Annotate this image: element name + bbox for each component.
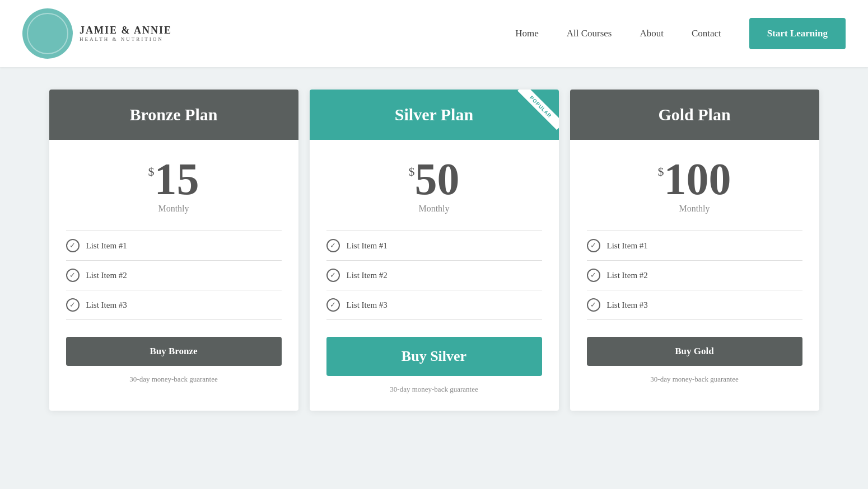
silver-plan-card: Silver Plan $ 50 Monthly ✓ List Item #1 … [310,90,559,411]
list-item: ✓ List Item #2 [66,261,282,290]
logo-sub-text: HEALTH & NUTRITION [80,36,172,43]
silver-price-symbol: $ [409,164,415,179]
bronze-feature-list: ✓ List Item #1 ✓ List Item #2 ✓ List Ite… [66,231,282,320]
silver-feature-3: List Item #3 [347,300,388,310]
list-item: ✓ List Item #2 [587,261,802,290]
gold-feature-list: ✓ List Item #1 ✓ List Item #2 ✓ List Ite… [587,231,802,320]
bronze-plan-title: Bronze Plan [130,105,218,124]
nav-home[interactable]: Home [515,28,539,39]
bronze-price-symbol: $ [148,164,155,179]
bronze-feature-1: List Item #1 [86,241,127,251]
silver-plan-title: Silver Plan [395,105,473,124]
buy-bronze-button[interactable]: Buy Bronze [66,337,282,366]
navigation: JAMIE & ANNIE HEALTH & NUTRITION Home Al… [0,0,868,67]
gold-plan-title: Gold Plan [658,105,730,124]
gold-feature-3: List Item #3 [607,300,648,310]
silver-feature-list: ✓ List Item #1 ✓ List Item #2 ✓ List Ite… [326,231,542,320]
nav-contact[interactable]: Contact [692,28,721,39]
gold-plan-card: Gold Plan $ 100 Monthly ✓ List Item #1 ✓… [570,90,819,411]
check-icon: ✓ [326,298,340,312]
silver-feature-1: List Item #1 [347,241,388,251]
silver-price-row: $ 50 [409,157,460,201]
gold-price-period: Monthly [679,204,710,214]
buy-gold-button[interactable]: Buy Gold [587,337,802,366]
logo-text: JAMIE & ANNIE HEALTH & NUTRITION [80,25,172,43]
start-learning-button[interactable]: Start Learning [749,18,846,49]
check-icon: ✓ [66,269,80,282]
bronze-price-period: Monthly [158,204,189,214]
silver-guarantee: 30-day money-back guarantee [390,385,478,394]
check-icon: ✓ [326,239,340,252]
gold-price-row: $ 100 [658,157,731,201]
check-icon: ✓ [66,239,80,252]
nav-all-courses[interactable]: All Courses [567,28,612,39]
list-item: ✓ List Item #2 [326,261,542,290]
check-icon: ✓ [587,269,600,282]
popular-badge [508,90,559,140]
check-icon: ✓ [66,298,80,312]
logo-main-text: JAMIE & ANNIE [80,25,172,37]
bronze-plan-card: Bronze Plan $ 15 Monthly ✓ List Item #1 … [49,90,298,411]
bronze-feature-3: List Item #3 [86,300,127,310]
buy-silver-button[interactable]: Buy Silver [326,337,542,376]
logo-circle [22,8,73,59]
check-icon: ✓ [587,298,600,312]
gold-price-amount: 100 [664,157,731,201]
bronze-price-row: $ 15 [148,157,199,201]
list-item: ✓ List Item #3 [587,290,802,320]
silver-price-period: Monthly [418,204,449,214]
list-item: ✓ List Item #3 [66,290,282,320]
gold-guarantee: 30-day money-back guarantee [650,375,738,384]
bronze-guarantee: 30-day money-back guarantee [129,375,217,384]
silver-feature-2: List Item #2 [347,271,388,280]
list-item: ✓ List Item #1 [66,231,282,261]
gold-feature-1: List Item #1 [607,241,648,251]
nav-links: Home All Courses About Contact Start Lea… [515,18,846,49]
bronze-plan-body: $ 15 Monthly ✓ List Item #1 ✓ List Item … [49,140,298,411]
gold-price-symbol: $ [658,164,664,179]
gold-plan-body: $ 100 Monthly ✓ List Item #1 ✓ List Item… [570,140,819,411]
silver-price-amount: 50 [415,157,460,201]
gold-feature-2: List Item #2 [607,271,648,280]
check-icon: ✓ [326,269,340,282]
gold-plan-header: Gold Plan [570,90,819,140]
nav-about[interactable]: About [640,28,664,39]
logo: JAMIE & ANNIE HEALTH & NUTRITION [22,8,172,59]
bronze-plan-header: Bronze Plan [49,90,298,140]
bronze-price-amount: 15 [155,157,199,201]
silver-plan-header: Silver Plan [310,90,559,140]
list-item: ✓ List Item #1 [587,231,802,261]
silver-plan-body: $ 50 Monthly ✓ List Item #1 ✓ List Item … [310,140,559,411]
pricing-section: Bronze Plan $ 15 Monthly ✓ List Item #1 … [0,67,868,444]
bronze-feature-2: List Item #2 [86,271,127,280]
list-item: ✓ List Item #1 [326,231,542,261]
check-icon: ✓ [587,239,600,252]
list-item: ✓ List Item #3 [326,290,542,320]
